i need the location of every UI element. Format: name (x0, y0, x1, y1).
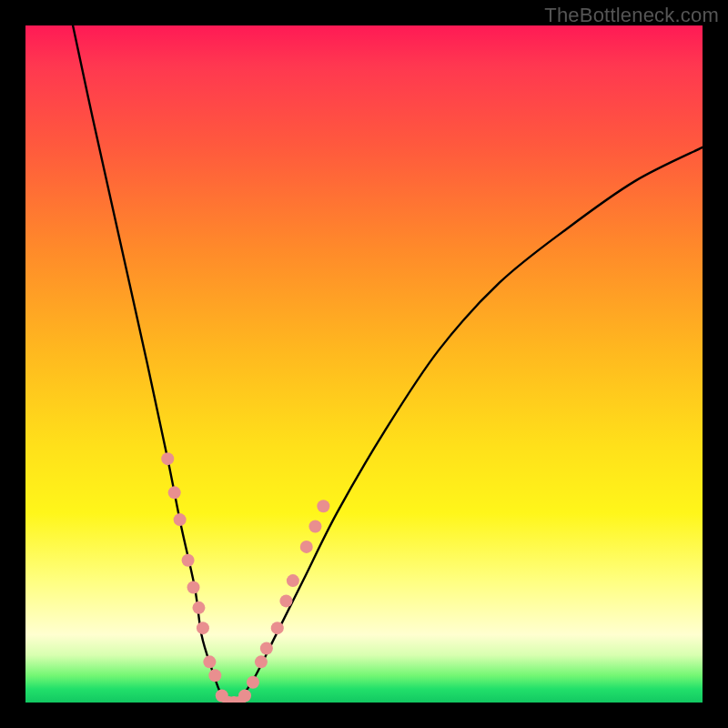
marker-point (187, 581, 200, 594)
marker-point (161, 452, 174, 465)
chart-svg (25, 25, 703, 703)
marker-point (174, 513, 187, 526)
marker-point (238, 690, 251, 703)
watermark-text: TheBottleneck.com (544, 4, 719, 27)
marker-point (279, 594, 292, 607)
marker-point (203, 655, 216, 668)
plot-area (25, 25, 703, 703)
chart-frame: TheBottleneck.com (0, 0, 728, 728)
bottleneck-curve (73, 25, 703, 703)
marker-point (168, 486, 181, 499)
marker-point (255, 655, 268, 668)
marker-point (287, 574, 299, 587)
marker-point (182, 554, 195, 567)
marker-point (247, 676, 259, 689)
marker-point (197, 622, 209, 634)
marker-point (260, 642, 273, 654)
marker-point (192, 602, 205, 614)
marker-point (271, 622, 284, 634)
marker-point (317, 500, 329, 512)
marker-point (208, 669, 221, 682)
marker-point (308, 521, 321, 533)
marker-point (300, 541, 313, 553)
